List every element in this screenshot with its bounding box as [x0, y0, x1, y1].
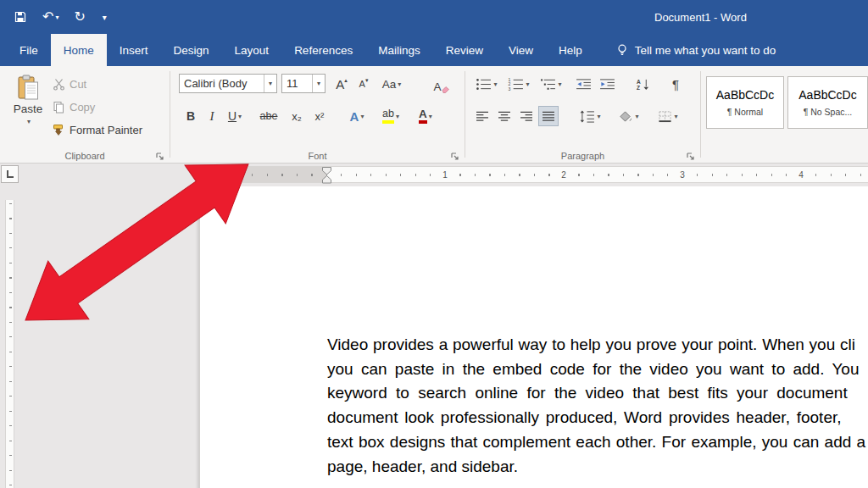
tab-insert[interactable]: Insert: [107, 34, 161, 66]
numbering-dropdown-icon[interactable]: ▾: [526, 80, 529, 88]
copy-button[interactable]: Copy: [53, 97, 95, 116]
shading-dropdown-icon[interactable]: ▾: [635, 113, 638, 120]
grow-font-button[interactable]: A ▴: [331, 74, 353, 94]
sort-button[interactable]: AZ: [632, 74, 654, 94]
tab-view[interactable]: View: [496, 34, 546, 66]
indent-markers[interactable]: [321, 167, 332, 184]
font-size-combo[interactable]: 11 ▾: [281, 74, 326, 93]
lightbulb-icon: [615, 43, 629, 57]
dialog-launcher-icon: [155, 152, 164, 161]
highlight-button[interactable]: ab ▾: [376, 106, 406, 126]
document-page[interactable]: Video provides a powerful way to help yo…: [199, 186, 868, 488]
tab-stop-selector[interactable]: [1, 165, 19, 183]
redo-button[interactable]: ↻: [74, 10, 85, 24]
align-right-button[interactable]: [516, 106, 537, 126]
tab-home[interactable]: Home: [51, 34, 107, 66]
change-case-button[interactable]: Aa ▾: [377, 74, 406, 94]
font-color-dropdown-icon[interactable]: ▾: [429, 113, 432, 120]
ribbon: Paste ▾ Cut Copy Format Painter Clipboar…: [0, 66, 868, 164]
shrink-font-button[interactable]: A ▾: [353, 74, 374, 94]
eraser-icon: [442, 85, 450, 93]
italic-button[interactable]: I: [203, 106, 221, 126]
undo-dropdown-icon[interactable]: ▾: [55, 14, 58, 21]
line-spacing-button[interactable]: ▾: [576, 106, 604, 126]
grow-font-label: A: [336, 77, 344, 92]
shading-button[interactable]: ▾: [615, 106, 643, 126]
style-preview: AaBbCcDc: [716, 88, 774, 102]
increase-indent-button[interactable]: [596, 74, 618, 94]
tell-me-box[interactable]: Tell me what you want to do: [615, 34, 776, 66]
style-normal[interactable]: AaBbCcDc ¶ Normal: [706, 76, 784, 129]
redo-icon: ↻: [74, 10, 85, 24]
tab-help[interactable]: Help: [546, 34, 595, 66]
bold-button[interactable]: B: [181, 106, 201, 126]
save-button[interactable]: [14, 10, 27, 24]
undo-button[interactable]: ↶ ▾: [42, 10, 58, 24]
tab-design[interactable]: Design: [161, 34, 222, 66]
borders-icon: [658, 110, 672, 123]
style-no-spacing[interactable]: AaBbCcDc ¶ No Spac...: [787, 76, 868, 129]
underline-label: U: [228, 109, 236, 123]
tab-file[interactable]: File: [7, 34, 51, 66]
show-paragraph-marks-button[interactable]: ¶: [665, 74, 686, 94]
cut-button[interactable]: Cut: [53, 75, 86, 93]
font-color-button[interactable]: A ▾: [411, 106, 440, 126]
highlight-dropdown-icon[interactable]: ▾: [396, 113, 399, 120]
numbered-list-icon: 123: [508, 78, 524, 91]
vertical-ruler[interactable]: [5, 200, 14, 488]
svg-text:Z: Z: [637, 85, 640, 91]
ruler-number: 1: [440, 169, 450, 180]
horizontal-ruler[interactable]: 1 1 2 3 4: [199, 166, 868, 183]
text-effects-dropdown-icon[interactable]: ▾: [360, 113, 364, 120]
strikethrough-button[interactable]: abe: [255, 106, 282, 126]
multilevel-dropdown-icon[interactable]: ▾: [558, 80, 561, 88]
bullets-button[interactable]: ▾: [472, 74, 501, 94]
font-dialog-launcher[interactable]: [450, 149, 460, 159]
align-left-button[interactable]: [472, 106, 492, 126]
paste-button[interactable]: Paste ▾: [7, 71, 49, 146]
copy-icon: [53, 101, 65, 114]
clear-formatting-button[interactable]: A: [429, 74, 454, 94]
style-name: ¶ Normal: [727, 107, 763, 117]
decrease-indent-icon: [576, 78, 592, 91]
decrease-indent-button[interactable]: [572, 74, 594, 94]
underline-dropdown-icon[interactable]: ▾: [238, 113, 242, 120]
document-line: text box designs that complement each ot…: [327, 430, 865, 455]
font-group: Calibri (Body ▾ 11 ▾ A ▴ A ▾ Aa ▾ A: [170, 66, 465, 163]
bullets-dropdown-icon[interactable]: ▾: [493, 80, 497, 88]
borders-dropdown-icon[interactable]: ▾: [674, 113, 677, 120]
ruler-number: 3: [677, 169, 687, 180]
clipboard-dialog-launcher[interactable]: [155, 149, 165, 159]
tab-mailings[interactable]: Mailings: [365, 34, 433, 66]
styles-group: AaBbCcDc ¶ Normal AaBbCcDc ¶ No Spac...: [701, 66, 868, 163]
save-icon: [14, 10, 27, 24]
tab-review[interactable]: Review: [433, 34, 496, 66]
pilcrow-icon: ¶: [672, 77, 679, 92]
multilevel-list-button[interactable]: ▾: [537, 74, 565, 94]
customize-qat-button[interactable]: ▾: [101, 13, 107, 22]
align-left-icon: [476, 111, 489, 122]
underline-button[interactable]: U ▾: [221, 106, 248, 126]
strikethrough-label: abe: [260, 110, 278, 122]
bold-label: B: [186, 109, 195, 123]
align-center-button[interactable]: [494, 106, 515, 126]
justify-button[interactable]: [538, 106, 559, 126]
superscript-button[interactable]: x²: [309, 106, 331, 126]
text-effects-button[interactable]: A ▾: [343, 106, 370, 126]
paste-label: Paste: [14, 103, 43, 115]
paragraph-dialog-launcher[interactable]: [686, 149, 696, 159]
font-size-dropdown-icon[interactable]: ▾: [312, 75, 325, 92]
ruler-number: 2: [559, 169, 569, 180]
subscript-button[interactable]: x₂: [286, 106, 308, 126]
cut-scissors-icon: [53, 78, 65, 91]
font-name-combo[interactable]: Calibri (Body ▾: [179, 74, 277, 93]
numbering-button[interactable]: 123 ▾: [504, 74, 533, 94]
font-name-dropdown-icon[interactable]: ▾: [264, 75, 276, 92]
format-painter-button[interactable]: Format Painter: [53, 120, 142, 139]
borders-button[interactable]: ▾: [654, 106, 682, 126]
line-spacing-dropdown-icon[interactable]: ▾: [597, 113, 600, 120]
document-line: Video provides a powerful way to help yo…: [327, 333, 865, 358]
tab-references[interactable]: References: [281, 34, 365, 66]
svg-text:3: 3: [509, 86, 511, 90]
tab-layout[interactable]: Layout: [222, 34, 282, 66]
